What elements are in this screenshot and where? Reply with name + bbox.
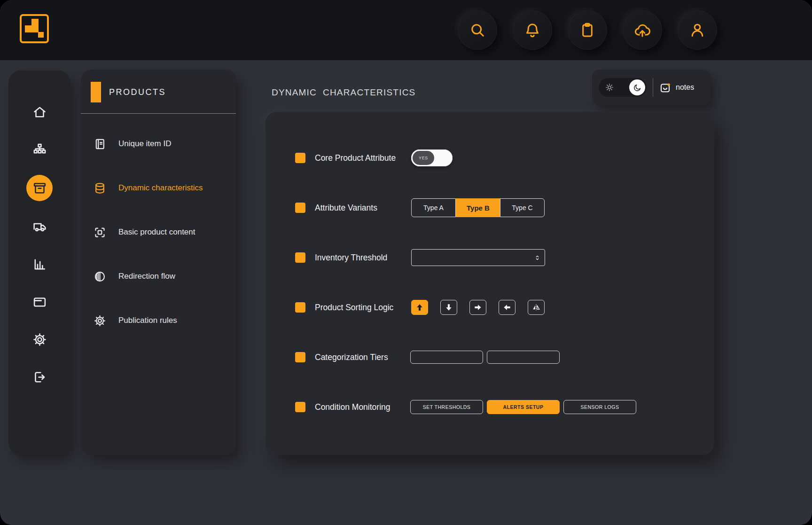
moon-icon [633, 83, 642, 92]
notes-button[interactable]: notes [659, 82, 694, 94]
wallet-icon [32, 295, 47, 309]
database-icon [94, 182, 106, 195]
user-icon [689, 22, 706, 39]
notes-label: notes [676, 83, 694, 92]
bar-chart-icon [32, 257, 47, 272]
select-caret-icon [534, 254, 541, 261]
settings-gear-icon [32, 332, 47, 347]
dark-mode-toggle-knob[interactable] [629, 79, 645, 95]
menu-item-dynamic-characteristics[interactable]: Dynamic characteristics [81, 170, 236, 206]
icon-sidebar [8, 71, 70, 455]
bell-icon [524, 22, 541, 39]
sidebar-item-settings[interactable] [27, 327, 52, 352]
variant-segmented-control: Type A Type B Type C [411, 198, 545, 217]
clipboard-icon [579, 22, 596, 39]
tier-1-input[interactable] [410, 351, 483, 364]
scan-box-icon [94, 226, 106, 239]
inventory-threshold-select[interactable] [411, 249, 545, 266]
gear-icon [94, 314, 106, 327]
search-button[interactable] [458, 10, 497, 50]
row-label: Categorization Tiers [315, 353, 411, 362]
form-row-product-sorting-logic: Product Sorting Logic [265, 282, 714, 332]
menu-item-label: Publication rules [118, 316, 177, 325]
row-label: Attribute Variants [315, 203, 411, 213]
sort-left-button[interactable] [499, 300, 515, 315]
core-product-attribute-checkbox[interactable] [295, 153, 305, 163]
alerts-setup-button[interactable]: ALERTS SETUP [487, 400, 560, 414]
sidebar-item-home[interactable] [27, 100, 52, 124]
sidebar-item-hierarchy[interactable] [27, 137, 52, 162]
clipboard-button[interactable] [568, 10, 607, 50]
arrow-down-icon [444, 303, 453, 312]
upload-button[interactable] [623, 10, 662, 50]
form-row-inventory-threshold: Inventory Threshold [265, 233, 714, 282]
sensor-logs-button[interactable]: SENSOR LOGS [563, 400, 636, 414]
form-row-core-product-attribute: Core Product Attribute YES [265, 133, 714, 183]
sort-right-button[interactable] [469, 300, 486, 315]
core-attribute-toggle[interactable]: YES [411, 149, 453, 166]
menu-item-publication-rules[interactable]: Publication rules [81, 303, 236, 338]
truck-icon [32, 219, 47, 234]
contrast-circle-icon [94, 270, 106, 283]
search-icon [469, 22, 486, 39]
panel-title: PRODUCTS [109, 87, 166, 97]
toggle-state-label: YES [419, 156, 428, 160]
sidebar-item-logout[interactable] [27, 365, 52, 389]
settings-card: Core Product Attribute YES Attribute Var… [265, 112, 714, 455]
cloud-upload-icon [634, 22, 651, 39]
row-label: Inventory Threshold [315, 253, 411, 263]
variant-type-c-button[interactable]: Type C [500, 198, 545, 217]
app-window: PRODUCTS Unique item ID Dynamic characte… [0, 0, 812, 525]
panel-accent-marker [91, 82, 101, 102]
profile-button[interactable] [678, 10, 717, 50]
sidebar-item-analytics[interactable] [27, 252, 52, 276]
menu-item-label: Basic product content [118, 227, 195, 237]
sort-down-button[interactable] [440, 300, 457, 315]
menu-item-unique-item-id[interactable]: Unique item ID [81, 126, 236, 162]
tier-2-input[interactable] [487, 351, 560, 364]
sidebar-item-delivery[interactable] [27, 214, 52, 239]
light-mode-icon[interactable] [605, 83, 614, 92]
checker-logo-icon [19, 13, 50, 44]
menu-item-basic-product-content[interactable]: Basic product content [81, 214, 236, 250]
form-row-condition-monitoring: Condition Monitoring SET THRESHOLDS ALER… [265, 382, 714, 432]
inventory-threshold-checkbox[interactable] [295, 252, 305, 263]
controls-divider [653, 78, 653, 97]
brand-logo[interactable] [19, 13, 50, 44]
logout-icon [32, 370, 47, 384]
header-actions [458, 10, 717, 50]
set-thresholds-button[interactable]: SET THRESHOLDS [410, 400, 483, 414]
condition-button-group: SET THRESHOLDS ALERTS SETUP SENSOR LOGS [410, 400, 636, 414]
products-panel-header: PRODUCTS [81, 70, 236, 102]
arrow-left-icon [502, 303, 512, 312]
menu-item-redirection-flow[interactable]: Redirection flow [81, 259, 236, 294]
page-title: DYNAMIC CHARACTERISTICS [272, 87, 415, 98]
condition-monitoring-checkbox[interactable] [295, 402, 305, 412]
sorting-button-group [411, 300, 545, 315]
theme-toggle[interactable] [599, 78, 647, 97]
notes-icon [659, 82, 671, 94]
notifications-button[interactable] [513, 10, 552, 50]
variant-type-b-button[interactable]: Type B [456, 198, 500, 217]
sitemap-icon [32, 142, 47, 157]
row-label: Product Sorting Logic [315, 303, 411, 313]
categorization-tiers-checkbox[interactable] [295, 352, 305, 362]
sidebar-item-wallet[interactable] [27, 290, 52, 314]
menu-item-label: Redirection flow [118, 272, 175, 281]
row-label: Core Product Attribute [315, 153, 411, 163]
menu-item-label: Unique item ID [118, 139, 171, 149]
top-controls: notes [592, 70, 710, 105]
sidebar-item-products[interactable] [26, 175, 53, 201]
products-panel: PRODUCTS Unique item ID Dynamic characte… [81, 70, 236, 455]
product-sorting-checkbox[interactable] [295, 302, 305, 313]
flip-horizontal-icon [531, 303, 541, 312]
attribute-variants-checkbox[interactable] [295, 203, 305, 213]
arrow-right-icon [473, 303, 483, 312]
home-icon [32, 105, 47, 119]
id-book-icon [94, 138, 106, 150]
sun-icon [605, 83, 614, 92]
variant-type-a-button[interactable]: Type A [411, 198, 456, 217]
form-row-attribute-variants: Attribute Variants Type A Type B Type C [265, 183, 714, 233]
sort-up-button[interactable] [411, 300, 428, 315]
sort-flip-button[interactable] [528, 300, 545, 315]
